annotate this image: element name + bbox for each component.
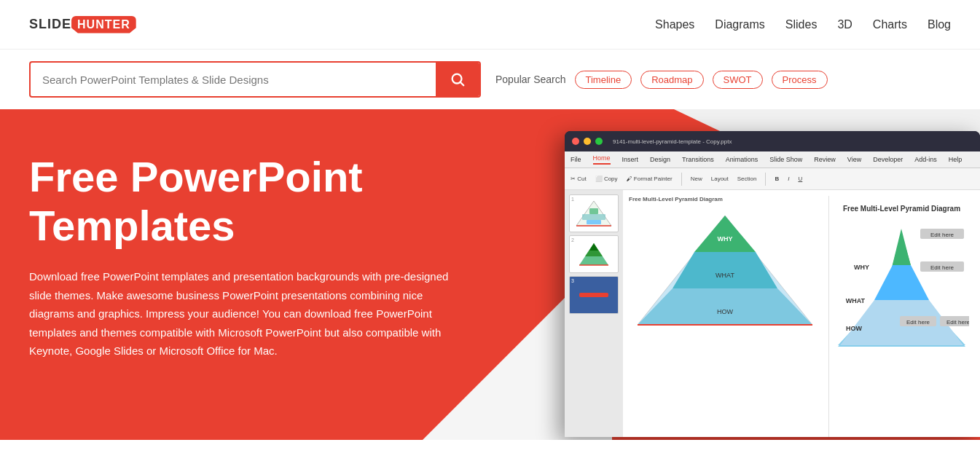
slide-num-1: 1 — [571, 197, 574, 202]
ribbon-developer[interactable]: Developer — [873, 156, 903, 163]
hero-description: Download free PowerPoint templates and p… — [29, 267, 466, 361]
nav-blog[interactable]: Blog — [928, 18, 951, 31]
logo-hunter-badge: HUNTER — [71, 16, 136, 34]
svg-rect-4 — [582, 214, 605, 220]
svg-text:HOW: HOW — [717, 308, 734, 315]
tag-timeline[interactable]: Timeline — [575, 71, 632, 89]
ribbon-file[interactable]: File — [571, 156, 581, 163]
svg-text:WHAT: WHAT — [846, 297, 866, 304]
ribbon-slideshow[interactable]: Slide Show — [769, 156, 802, 163]
ribbon-insert[interactable]: Insert — [622, 156, 639, 163]
search-icon — [450, 71, 466, 87]
main-slide-content: Free Multi-Level Pyramid Diagram — [629, 196, 821, 437]
ribbon-home[interactable]: Home — [593, 154, 611, 165]
hero-section: Free PowerPoint Templates Download free … — [0, 109, 980, 440]
ribbon-transitions[interactable]: Transitions — [682, 156, 714, 163]
big-pyramid-svg: Edit here Edit here Edit here Edit here … — [834, 221, 969, 352]
slide-thumb-1[interactable]: 1 — [569, 194, 619, 232]
svg-marker-16 — [673, 252, 777, 288]
tag-roadmap[interactable]: Roadmap — [640, 71, 703, 89]
nav-charts[interactable]: Charts — [873, 18, 907, 31]
logo[interactable]: SLIDE HUNTER — [29, 16, 136, 34]
toolbar-painter: 🖌 Format Painter — [627, 176, 673, 182]
nav-shapes[interactable]: Shapes — [655, 18, 694, 31]
search-button[interactable] — [436, 61, 479, 98]
svg-text:HOW: HOW — [846, 325, 863, 332]
tag-process[interactable]: Process — [772, 71, 828, 89]
toolbar-italic[interactable]: I — [788, 176, 789, 182]
toolbar-underline[interactable]: U — [798, 176, 802, 182]
mockup-titlebar: 9141-multi-level-pyramid-template - Copy… — [565, 131, 980, 151]
titlebar-dot-yellow — [584, 138, 591, 145]
mockup-body: 1 2 — [565, 190, 980, 437]
nav-slides[interactable]: Slides — [785, 18, 818, 31]
header: SLIDE HUNTER Shapes Diagrams Slides 3D C… — [0, 0, 980, 50]
popular-search-label: Popular Search — [495, 74, 566, 85]
mockup-window: 9141-multi-level-pyramid-template - Copy… — [565, 131, 980, 437]
toolbar-bold[interactable]: B — [775, 176, 779, 182]
svg-rect-6 — [589, 208, 598, 214]
svg-text:Edit here: Edit here — [930, 264, 954, 271]
svg-text:WHY: WHY — [854, 264, 869, 271]
svg-text:Edit here: Edit here — [930, 232, 954, 238]
main-slide-area: Free Multi-Level Pyramid Diagram — [623, 190, 980, 437]
main-slide-pyramid: HOW WHAT WHY — [629, 208, 821, 332]
ribbon-addins[interactable]: Add-ins — [914, 156, 937, 163]
logo-slide-text: SLIDE — [29, 17, 71, 32]
toolbar-divider2 — [765, 173, 766, 186]
main-nav: Shapes Diagrams Slides 3D Charts Blog — [655, 18, 951, 31]
tag-swot[interactable]: SWOT — [713, 71, 763, 89]
right-panel: Free Multi-Level Pyramid Diagram — [828, 196, 974, 437]
toolbar-layout: Layout — [711, 176, 729, 182]
slide-panel: 1 2 — [565, 190, 623, 437]
slide-num-2: 2 — [571, 237, 574, 243]
titlebar-dot-red — [572, 138, 579, 145]
slide-thumb-2[interactable]: 2 — [569, 235, 619, 273]
svg-text:WHY: WHY — [718, 235, 733, 243]
ribbon-design[interactable]: Design — [650, 156, 670, 163]
mockup-ribbon: File Home Insert Design Transitions Anim… — [565, 151, 980, 168]
powerpoint-mockup: 9141-multi-level-pyramid-template - Copy… — [565, 131, 980, 437]
toolbar-divider — [681, 173, 682, 186]
nav-3d[interactable]: 3D — [837, 18, 852, 31]
svg-text:Edit here: Edit here — [946, 319, 969, 326]
titlebar-dot-green — [595, 138, 603, 145]
ribbon-view[interactable]: View — [847, 156, 861, 163]
slide-num-3: 3 — [571, 278, 574, 283]
ribbon-animations[interactable]: Animations — [726, 156, 758, 163]
popular-search-area: Popular Search Timeline Roadmap SWOT Pro… — [495, 71, 828, 89]
search-section: Popular Search Timeline Roadmap SWOT Pro… — [0, 50, 980, 109]
main-slide-title: Free Multi-Level Pyramid Diagram — [629, 196, 821, 202]
ribbon-help[interactable]: Help — [949, 156, 963, 163]
slide-thumb-3[interactable]: 3 — [569, 276, 619, 314]
toolbar-cut: ✂ Cut — [571, 176, 587, 182]
toolbar-new: New — [691, 176, 702, 182]
nav-diagrams[interactable]: Diagrams — [715, 18, 764, 31]
svg-line-1 — [460, 82, 463, 85]
pyramid-thumb-2 — [575, 240, 613, 268]
right-panel-title: Free Multi-Level Pyramid Diagram — [843, 205, 960, 213]
svg-rect-5 — [587, 220, 601, 224]
ribbon-toolbar: ✂ Cut ⬜ Copy 🖌 Format Painter New Layout… — [565, 168, 980, 190]
svg-marker-10 — [589, 243, 598, 251]
toolbar-section: Section — [737, 176, 757, 182]
ribbon-review[interactable]: Review — [814, 156, 836, 163]
pyramid-thumb-1 — [575, 200, 613, 227]
toolbar-copy: ⬜ Copy — [595, 176, 618, 182]
titlebar-text: 9141-multi-level-pyramid-template - Copy… — [613, 138, 732, 145]
svg-marker-30 — [893, 232, 911, 265]
svg-text:Edit here: Edit here — [906, 319, 930, 326]
search-form — [29, 61, 481, 98]
svg-marker-17 — [694, 216, 756, 252]
hero-title: Free PowerPoint Templates — [29, 153, 466, 250]
svg-text:WHAT: WHAT — [716, 272, 734, 279]
search-input[interactable] — [31, 74, 436, 86]
hero-content: Free PowerPoint Templates Download free … — [0, 109, 495, 404]
